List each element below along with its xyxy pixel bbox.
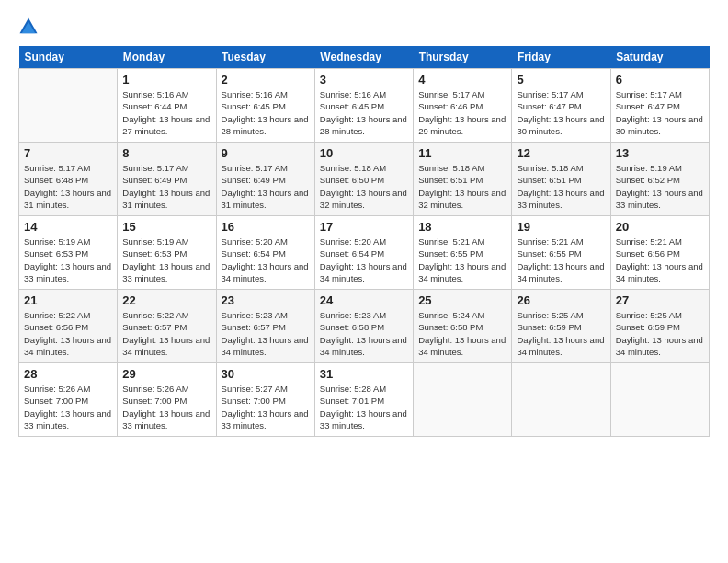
day-number: 11 xyxy=(418,146,506,160)
day-info: Sunrise: 5:19 AMSunset: 6:52 PMDaylight:… xyxy=(616,162,704,211)
header-row: SundayMondayTuesdayWednesdayThursdayFrid… xyxy=(19,46,710,69)
calendar-cell: 19Sunrise: 5:21 AMSunset: 6:55 PMDayligh… xyxy=(512,216,610,290)
calendar-cell: 7Sunrise: 5:17 AMSunset: 6:48 PMDaylight… xyxy=(19,143,118,216)
day-info: Sunrise: 5:17 AMSunset: 6:49 PMDaylight:… xyxy=(122,162,210,211)
day-info: Sunrise: 5:18 AMSunset: 6:50 PMDaylight:… xyxy=(320,162,408,211)
col-header-sunday: Sunday xyxy=(19,46,118,69)
calendar-cell: 18Sunrise: 5:21 AMSunset: 6:55 PMDayligh… xyxy=(414,216,512,290)
col-header-friday: Friday xyxy=(512,46,610,69)
calendar-cell xyxy=(610,363,709,437)
day-info: Sunrise: 5:17 AMSunset: 6:47 PMDaylight:… xyxy=(616,88,704,137)
col-header-tuesday: Tuesday xyxy=(216,46,314,69)
calendar-cell: 3Sunrise: 5:16 AMSunset: 6:45 PMDaylight… xyxy=(314,69,413,143)
day-number: 19 xyxy=(517,220,605,234)
day-number: 23 xyxy=(222,293,310,307)
calendar-cell xyxy=(512,363,610,437)
calendar-cell: 29Sunrise: 5:26 AMSunset: 7:00 PMDayligh… xyxy=(118,363,216,437)
day-number: 27 xyxy=(616,293,704,307)
day-number: 3 xyxy=(320,73,408,86)
day-info: Sunrise: 5:16 AMSunset: 6:45 PMDaylight:… xyxy=(222,88,310,137)
day-info: Sunrise: 5:21 AMSunset: 6:56 PMDaylight:… xyxy=(616,236,704,284)
week-row-3: 14Sunrise: 5:19 AMSunset: 6:53 PMDayligh… xyxy=(19,216,710,290)
day-info: Sunrise: 5:26 AMSunset: 7:00 PMDaylight:… xyxy=(122,383,210,431)
day-number: 17 xyxy=(320,220,408,234)
col-header-saturday: Saturday xyxy=(610,46,709,69)
day-number: 2 xyxy=(222,73,310,86)
calendar-cell: 21Sunrise: 5:22 AMSunset: 6:56 PMDayligh… xyxy=(19,290,118,363)
day-info: Sunrise: 5:23 AMSunset: 6:58 PMDaylight:… xyxy=(320,309,408,358)
day-info: Sunrise: 5:19 AMSunset: 6:53 PMDaylight:… xyxy=(122,236,210,284)
col-header-monday: Monday xyxy=(118,46,216,69)
day-info: Sunrise: 5:18 AMSunset: 6:51 PMDaylight:… xyxy=(418,162,506,211)
day-info: Sunrise: 5:26 AMSunset: 7:00 PMDaylight:… xyxy=(24,383,112,431)
day-info: Sunrise: 5:17 AMSunset: 6:47 PMDaylight:… xyxy=(517,88,605,137)
calendar-cell: 6Sunrise: 5:17 AMSunset: 6:47 PMDaylight… xyxy=(610,69,709,143)
day-info: Sunrise: 5:16 AMSunset: 6:44 PMDaylight:… xyxy=(122,88,210,137)
calendar-cell xyxy=(414,363,512,437)
calendar-cell: 11Sunrise: 5:18 AMSunset: 6:51 PMDayligh… xyxy=(414,143,512,216)
calendar-cell: 17Sunrise: 5:20 AMSunset: 6:54 PMDayligh… xyxy=(314,216,413,290)
calendar-table: SundayMondayTuesdayWednesdayThursdayFrid… xyxy=(18,46,710,437)
day-info: Sunrise: 5:21 AMSunset: 6:55 PMDaylight:… xyxy=(418,236,506,284)
day-number: 12 xyxy=(517,146,605,160)
day-number: 9 xyxy=(222,146,310,160)
calendar-cell: 15Sunrise: 5:19 AMSunset: 6:53 PMDayligh… xyxy=(118,216,216,290)
day-info: Sunrise: 5:25 AMSunset: 6:59 PMDaylight:… xyxy=(517,309,605,358)
col-header-wednesday: Wednesday xyxy=(314,46,413,69)
day-number: 7 xyxy=(24,146,112,160)
day-number: 24 xyxy=(320,293,408,307)
day-info: Sunrise: 5:28 AMSunset: 7:01 PMDaylight:… xyxy=(320,383,408,431)
day-number: 4 xyxy=(418,73,506,86)
calendar-cell: 20Sunrise: 5:21 AMSunset: 6:56 PMDayligh… xyxy=(610,216,709,290)
day-number: 20 xyxy=(616,220,704,234)
day-number: 14 xyxy=(24,220,112,234)
day-number: 6 xyxy=(616,73,704,86)
calendar-cell: 9Sunrise: 5:17 AMSunset: 6:49 PMDaylight… xyxy=(216,143,314,216)
calendar-cell: 28Sunrise: 5:26 AMSunset: 7:00 PMDayligh… xyxy=(19,363,118,437)
week-row-1: 1Sunrise: 5:16 AMSunset: 6:44 PMDaylight… xyxy=(19,69,710,143)
day-number: 31 xyxy=(320,367,408,381)
calendar-cell: 23Sunrise: 5:23 AMSunset: 6:57 PMDayligh… xyxy=(216,290,314,363)
day-info: Sunrise: 5:17 AMSunset: 6:49 PMDaylight:… xyxy=(222,162,310,211)
day-number: 21 xyxy=(24,293,112,307)
calendar-cell: 26Sunrise: 5:25 AMSunset: 6:59 PMDayligh… xyxy=(512,290,610,363)
calendar-cell: 12Sunrise: 5:18 AMSunset: 6:51 PMDayligh… xyxy=(512,143,610,216)
calendar-cell: 27Sunrise: 5:25 AMSunset: 6:59 PMDayligh… xyxy=(610,290,709,363)
day-info: Sunrise: 5:18 AMSunset: 6:51 PMDaylight:… xyxy=(517,162,605,211)
day-number: 13 xyxy=(616,146,704,160)
calendar-cell: 10Sunrise: 5:18 AMSunset: 6:50 PMDayligh… xyxy=(314,143,413,216)
calendar-cell: 1Sunrise: 5:16 AMSunset: 6:44 PMDaylight… xyxy=(118,69,216,143)
week-row-2: 7Sunrise: 5:17 AMSunset: 6:48 PMDaylight… xyxy=(19,143,710,216)
day-number: 25 xyxy=(418,293,506,307)
calendar-cell: 14Sunrise: 5:19 AMSunset: 6:53 PMDayligh… xyxy=(19,216,118,290)
day-info: Sunrise: 5:20 AMSunset: 6:54 PMDaylight:… xyxy=(222,236,310,284)
calendar-cell: 2Sunrise: 5:16 AMSunset: 6:45 PMDaylight… xyxy=(216,69,314,143)
day-info: Sunrise: 5:24 AMSunset: 6:58 PMDaylight:… xyxy=(418,309,506,358)
day-number: 16 xyxy=(222,220,310,234)
day-number: 28 xyxy=(24,367,112,381)
calendar-cell: 22Sunrise: 5:22 AMSunset: 6:57 PMDayligh… xyxy=(118,290,216,363)
header xyxy=(18,17,710,37)
day-info: Sunrise: 5:17 AMSunset: 6:48 PMDaylight:… xyxy=(24,162,112,211)
day-number: 30 xyxy=(222,367,310,381)
day-info: Sunrise: 5:21 AMSunset: 6:55 PMDaylight:… xyxy=(517,236,605,284)
week-row-4: 21Sunrise: 5:22 AMSunset: 6:56 PMDayligh… xyxy=(19,290,710,363)
day-info: Sunrise: 5:23 AMSunset: 6:57 PMDaylight:… xyxy=(222,309,310,358)
day-info: Sunrise: 5:20 AMSunset: 6:54 PMDaylight:… xyxy=(320,236,408,284)
day-info: Sunrise: 5:16 AMSunset: 6:45 PMDaylight:… xyxy=(320,88,408,137)
col-header-thursday: Thursday xyxy=(414,46,512,69)
day-number: 26 xyxy=(517,293,605,307)
calendar-cell xyxy=(19,69,118,143)
day-number: 1 xyxy=(122,73,210,86)
calendar-cell: 8Sunrise: 5:17 AMSunset: 6:49 PMDaylight… xyxy=(118,143,216,216)
day-number: 18 xyxy=(418,220,506,234)
week-row-5: 28Sunrise: 5:26 AMSunset: 7:00 PMDayligh… xyxy=(19,363,710,437)
calendar-cell: 30Sunrise: 5:27 AMSunset: 7:00 PMDayligh… xyxy=(216,363,314,437)
logo xyxy=(18,17,42,37)
calendar-cell: 4Sunrise: 5:17 AMSunset: 6:46 PMDaylight… xyxy=(414,69,512,143)
day-number: 15 xyxy=(122,220,210,234)
day-info: Sunrise: 5:22 AMSunset: 6:56 PMDaylight:… xyxy=(24,309,112,358)
day-info: Sunrise: 5:19 AMSunset: 6:53 PMDaylight:… xyxy=(24,236,112,284)
page: SundayMondayTuesdayWednesdayThursdayFrid… xyxy=(0,0,728,563)
day-number: 5 xyxy=(517,73,605,86)
